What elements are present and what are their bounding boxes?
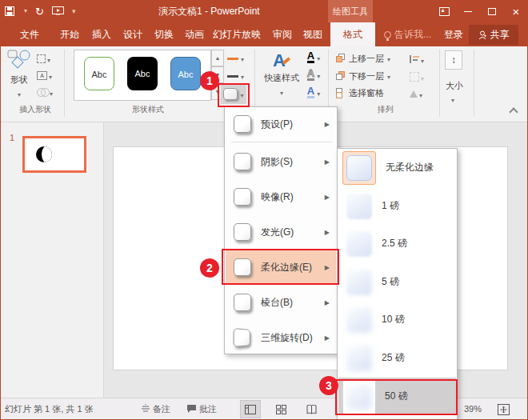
start-slideshow-button[interactable]: [52, 6, 64, 16]
align-icon: [410, 55, 419, 63]
menu-item-3d-rotation[interactable]: 三维旋转(D): [226, 320, 336, 355]
moon-shape: [36, 146, 52, 162]
text-outline-icon: A: [307, 68, 314, 81]
preset-effect-icon: [234, 115, 251, 133]
shape-fill-button[interactable]: [226, 50, 250, 66]
slide-thumbnail[interactable]: [22, 136, 86, 173]
soft-edge-2-5pt-icon: [346, 231, 372, 257]
text-box-button[interactable]: A: [37, 68, 59, 82]
slide-number-label: 1: [10, 133, 14, 142]
shape-styles-gallery: Abc Abc Abc: [74, 50, 211, 101]
customize-qat-button[interactable]: [72, 8, 76, 15]
zoom-level-label[interactable]: 39%: [464, 398, 482, 420]
lightbulb-icon: [384, 31, 391, 38]
merge-shapes-button[interactable]: [37, 85, 59, 99]
normal-view-button[interactable]: [240, 400, 261, 418]
quick-styles-button[interactable]: A 快速样式: [261, 50, 302, 98]
notes-button[interactable]: 备注: [153, 398, 170, 420]
menu-item-reflection[interactable]: 映像(R): [226, 179, 336, 214]
redo-button[interactable]: [35, 6, 44, 17]
edit-shape-button[interactable]: [37, 51, 59, 66]
menu-item-preset[interactable]: 预设(P): [226, 109, 336, 139]
tab-design[interactable]: 设计: [115, 22, 150, 46]
drawing-tools-context-label: 绘图工具: [328, 0, 373, 22]
group-label-insert-shapes: 插入形状: [5, 104, 66, 115]
tab-format[interactable]: 格式: [330, 22, 375, 46]
close-button[interactable]: [507, 4, 525, 18]
submenu-item-1pt[interactable]: 1 磅: [338, 187, 456, 225]
tab-insert[interactable]: 插入: [85, 22, 118, 46]
selected-option-border: [342, 151, 376, 185]
undo-button[interactable]: [22, 8, 27, 14]
group-objects-icon: [410, 72, 419, 82]
tell-me-box[interactable]: 告诉我...: [384, 22, 431, 46]
submenu-item-no-soft-edges[interactable]: 无柔化边缘: [338, 149, 456, 186]
minimize-button[interactable]: [459, 4, 477, 18]
menu-item-bevel[interactable]: 棱台(B): [226, 285, 336, 320]
shapes-dropdown-caret: [5, 86, 34, 100]
selection-pane-icon: [336, 88, 346, 98]
annotation-box-50pt-item: [335, 379, 458, 415]
shapes-gallery-button[interactable]: 形状: [5, 50, 34, 101]
save-icon[interactable]: [5, 6, 14, 16]
submenu-item-25pt[interactable]: 25 磅: [338, 339, 456, 377]
shape-style-1[interactable]: Abc: [84, 57, 114, 90]
fit-to-window-button[interactable]: [494, 400, 512, 418]
rotate-button[interactable]: [410, 86, 432, 101]
submenu-item-5pt[interactable]: 5 磅: [338, 263, 456, 301]
reading-view-button[interactable]: [301, 400, 322, 418]
soft-edge-10pt-icon: [346, 307, 372, 333]
submenu-arrow-icon: [325, 194, 330, 201]
tab-slideshow[interactable]: 幻灯片放映: [206, 22, 267, 46]
slide-thumbnail-panel: 1: [0, 122, 104, 398]
shape-style-3[interactable]: Abc: [170, 57, 201, 90]
submenu-item-2-5pt[interactable]: 2.5 磅: [338, 225, 456, 262]
slide-sorter-icon: [276, 405, 286, 414]
sign-in-button[interactable]: 登录: [437, 22, 470, 46]
align-button[interactable]: [410, 52, 432, 66]
text-outline-button[interactable]: A: [304, 67, 323, 82]
fit-to-window-icon: [498, 404, 510, 415]
send-backward-button[interactable]: 下移一层: [336, 70, 390, 82]
normal-view-icon: [245, 405, 256, 414]
shape-style-2[interactable]: Abc: [127, 57, 158, 90]
size-button[interactable]: ↕: [445, 50, 462, 70]
reading-view-icon: [306, 405, 317, 414]
maximize-button[interactable]: [483, 4, 501, 18]
group-label-shape-styles: 形状样式: [104, 104, 192, 115]
tab-home[interactable]: 开始: [53, 22, 86, 46]
share-button[interactable]: 共享: [469, 25, 518, 45]
tab-transitions[interactable]: 切换: [147, 22, 181, 46]
slide-sorter-view-button[interactable]: [270, 400, 291, 418]
bring-forward-button[interactable]: 上移一层: [336, 52, 390, 65]
tab-view[interactable]: 视图: [295, 22, 330, 46]
annotation-box-soft-edges-item: [222, 249, 339, 285]
shape-fill-icon: [227, 56, 238, 60]
menu-item-glow[interactable]: 发光(G): [226, 214, 336, 250]
notes-icon: [141, 404, 150, 415]
shape-effects-menu: 预设(P) 阴影(S) 映像(R) 发光(G) 柔化边缘(E) 棱台(B) 三维…: [224, 106, 338, 354]
text-effects-button[interactable]: A: [304, 85, 323, 99]
text-fill-button[interactable]: A: [304, 50, 323, 64]
tab-file[interactable]: 文件: [12, 22, 47, 46]
menu-item-shadow[interactable]: 阴影(S): [226, 144, 336, 179]
size-icon: ↕: [445, 50, 462, 70]
annotation-step-2: 2: [200, 258, 219, 278]
annotation-step-1: 1: [200, 71, 219, 90]
group-label-arrange: 排列: [362, 104, 410, 115]
3d-rotation-effect-icon: [234, 328, 250, 347]
collapse-ribbon-icon[interactable]: [509, 107, 518, 116]
window-title: 演示文稿1 - PowerPoint: [158, 0, 278, 22]
shape-outline-button[interactable]: [226, 67, 250, 83]
submenu-arrow-icon: [325, 299, 330, 306]
ribbon-display-options-button[interactable]: [435, 4, 453, 18]
comments-button[interactable]: 批注: [199, 398, 217, 420]
edit-shape-icon: [37, 54, 46, 63]
slide-info-label: 幻灯片 第 1 张, 共 1 张: [5, 398, 94, 420]
selection-pane-button[interactable]: 选择窗格: [336, 86, 384, 99]
submenu-item-10pt[interactable]: 10 磅: [338, 301, 456, 338]
soft-edge-1pt-icon: [346, 194, 372, 219]
gallery-scroll-up-button[interactable]: ▲: [211, 50, 224, 66]
shapes-icon: [7, 50, 31, 70]
soft-edge-5pt-icon: [346, 270, 372, 295]
